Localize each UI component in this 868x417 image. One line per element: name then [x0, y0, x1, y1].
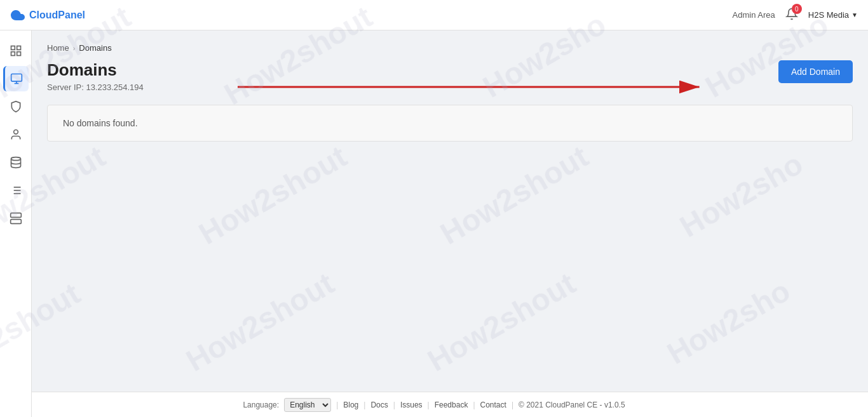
svg-rect-3 — [11, 52, 15, 56]
svg-rect-16 — [10, 220, 21, 224]
empty-state-card: No domains found. — [47, 105, 853, 142]
sidebar-item-dashboard[interactable] — [3, 38, 29, 63]
svg-point-7 — [13, 130, 18, 135]
sidebar-item-domains[interactable] — [3, 66, 29, 91]
sidebar-item-services[interactable] — [3, 178, 29, 203]
breadcrumb-separator: › — [73, 44, 76, 52]
page-header: Domains Server IP: 13.233.254.194 Add Do… — [47, 60, 853, 92]
page-title: Domains — [47, 60, 144, 80]
svg-rect-2 — [17, 52, 20, 56]
empty-message: No domains found. — [63, 118, 138, 128]
dashboard-icon — [10, 44, 22, 57]
cloud-icon — [10, 8, 25, 23]
footer-docs-link[interactable]: Docs — [370, 400, 388, 409]
list-icon — [10, 184, 22, 197]
sidebar-item-server[interactable] — [3, 206, 29, 231]
language-select[interactable]: English German French Spanish — [284, 398, 331, 412]
sidebar-item-database[interactable] — [3, 150, 29, 175]
footer-feedback-link[interactable]: Feedback — [435, 400, 468, 409]
main-content: Home › Domains Domains Server IP: 13.233… — [32, 30, 868, 417]
brand-name: CloudPanel — [29, 10, 85, 21]
user-menu[interactable]: H2S Media ▼ — [808, 10, 858, 20]
breadcrumb: Home › Domains — [47, 43, 853, 53]
footer: Language: English German French Spanish … — [0, 392, 868, 417]
navbar-right: Admin Area 0 H2S Media ▼ — [733, 8, 858, 22]
footer-contact-link[interactable]: Contact — [480, 400, 506, 409]
breadcrumb-home[interactable]: Home — [47, 43, 69, 53]
language-label: Language: — [243, 400, 279, 409]
sidebar — [0, 30, 32, 417]
notification-badge: 0 — [792, 4, 802, 14]
footer-copyright: © 2021 CloudPanel CE - v1.0.5 — [519, 400, 625, 409]
sidebar-item-users[interactable] — [3, 122, 29, 147]
svg-rect-1 — [17, 46, 20, 50]
svg-point-8 — [11, 157, 20, 161]
chevron-down-icon: ▼ — [851, 11, 858, 18]
sidebar-item-security[interactable] — [3, 94, 29, 119]
user-icon — [10, 128, 22, 141]
database-icon — [10, 156, 22, 169]
navbar: CloudPanel Admin Area 0 H2S Media ▼ — [0, 0, 868, 30]
arrow-annotation — [238, 69, 713, 101]
page-title-section: Domains Server IP: 13.233.254.194 — [47, 60, 144, 92]
server-icon — [10, 212, 22, 225]
breadcrumb-current: Domains — [79, 43, 111, 53]
svg-rect-0 — [11, 46, 15, 50]
svg-rect-4 — [11, 74, 22, 82]
brand-logo[interactable]: CloudPanel — [10, 8, 85, 23]
footer-blog-link[interactable]: Blog — [343, 400, 358, 409]
server-ip: Server IP: 13.233.254.194 — [47, 83, 144, 92]
shield-icon — [10, 100, 22, 113]
admin-area-link[interactable]: Admin Area — [733, 10, 775, 20]
svg-rect-15 — [10, 213, 21, 218]
footer-issues-link[interactable]: Issues — [400, 400, 423, 409]
add-domain-button[interactable]: Add Domain — [778, 60, 853, 83]
user-name: H2S Media — [808, 10, 849, 20]
bell-button[interactable]: 0 — [785, 8, 798, 22]
domains-icon — [10, 72, 23, 85]
